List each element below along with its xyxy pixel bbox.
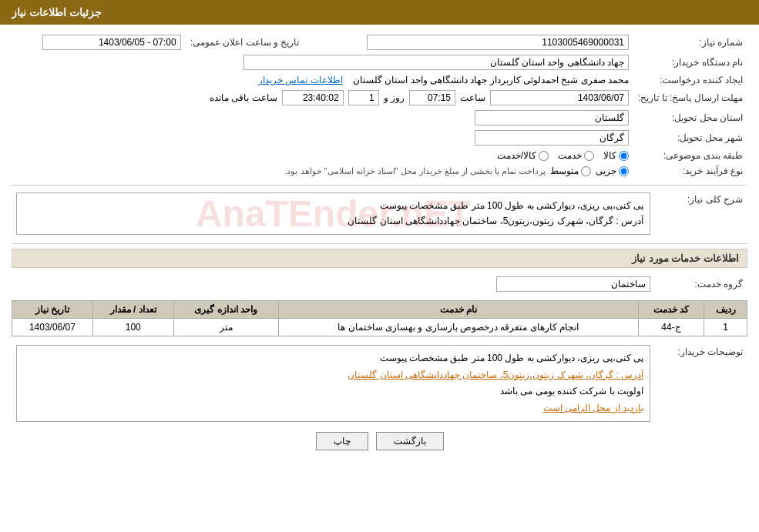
- col-header-unit: واحد اندازه گیری: [173, 301, 278, 319]
- cell-code: ج-44: [638, 319, 704, 336]
- purchase-type-note: پرداخت تمام یا بخشی از مبلغ خریداز محل "…: [284, 166, 546, 176]
- description-cell: AnaTEnder.nET پی کنی،پی ریزی، دیوارکشی ب…: [12, 190, 655, 237]
- deadline-days-label: روز و: [384, 92, 405, 103]
- deadline-row: 1403/06/07 ساعت 07:15 روز و 1 23:40:02 س…: [12, 88, 633, 108]
- city-field: گرگان: [475, 130, 629, 146]
- buyer-notes-table: توضیحات خریدار: پی کنی،پی ریزی، دیوارکشی…: [12, 343, 747, 424]
- created-by-label: ایجاد کننده درخواست:: [633, 72, 747, 88]
- buyer-notes-line4: بازدید از محل الزامی است: [543, 403, 643, 413]
- divider-1: [12, 185, 747, 186]
- description-watermark: AnaTEnder.nET: [196, 182, 471, 246]
- cell-unit: متر: [173, 319, 278, 336]
- deadline-remaining-field: 23:40:02: [282, 90, 344, 105]
- cell-qty: 100: [92, 319, 173, 336]
- need-number-label: شماره نیاز:: [633, 32, 747, 52]
- buttons-row: بازگشت چاپ: [12, 432, 747, 450]
- created-by-text: محمد صفری شیخ احمدلوئی کاربرداز جهاد دان…: [353, 75, 629, 85]
- description-text: پی کنی،پی ریزی، دیوارکشی به طول 100 متر …: [348, 200, 643, 226]
- category-option-kala[interactable]: کالا: [603, 150, 629, 161]
- buyer-org-field: جهاد دانشگاهی واحد استان گلستان: [243, 55, 629, 70]
- cell-name: انجام کارهای متفرقه درخصوص بازسازی و بهس…: [278, 319, 638, 336]
- purchase-label-motevaset: متوسط: [550, 166, 579, 176]
- cell-row: 1: [704, 319, 747, 336]
- main-info-table: شماره نیاز: 1103005469000031 تاریخ و ساع…: [12, 32, 747, 179]
- province-field: گلستان: [475, 110, 629, 125]
- buyer-notes-box: پی کنی،پی ریزی، دیوارکشی به طول 100 متر …: [16, 345, 650, 422]
- header-title: جزئیات اطلاعات نیاز: [12, 6, 102, 18]
- print-button[interactable]: چاپ: [316, 432, 368, 450]
- page-header: جزئیات اطلاعات نیاز: [0, 0, 759, 25]
- buyer-notes-line3: اولویت با شرکت کننده بومی می باشد: [500, 386, 643, 396]
- purchase-type-motevaset[interactable]: متوسط: [550, 166, 591, 176]
- service-group-field: ساختمان: [496, 276, 650, 292]
- col-header-qty: تعداد / مقدار: [92, 301, 173, 319]
- table-row: 1 ج-44 انجام کارهای متفرقه درخصوص بازساز…: [12, 319, 747, 336]
- buyer-org-value: جهاد دانشگاهی واحد استان گلستان: [12, 52, 633, 72]
- buyer-org-label: نام دستگاه خریدار:: [633, 52, 747, 72]
- col-header-name: نام خدمت: [278, 301, 638, 319]
- deadline-remaining-label: ساعت باقی مانده: [210, 92, 277, 103]
- category-label-kala-khedmat: کالا/خدمت: [497, 150, 536, 161]
- created-by-value: محمد صفری شیخ احمدلوئی کاربرداز جهاد دان…: [12, 72, 633, 88]
- purchase-radio-jozee[interactable]: [619, 166, 629, 176]
- need-number-value: 1103005469000031: [314, 32, 633, 52]
- buyer-notes-label: توضیحات خریدار:: [655, 343, 747, 424]
- col-header-code: کد خدمت: [638, 301, 704, 319]
- contact-link[interactable]: اطلاعات تماس خریدار: [258, 75, 343, 85]
- public-announce-field: 1403/06/05 - 07:00: [42, 35, 181, 50]
- divider-2: [12, 243, 747, 244]
- city-label: شهر محل تحویل:: [633, 128, 747, 148]
- service-group-value: ساختمان: [12, 274, 655, 294]
- category-radio-kala-khedmat[interactable]: [539, 151, 549, 161]
- province-value: گلستان: [12, 108, 633, 128]
- buyer-notes-line1: پی کنی،پی ریزی، دیوارکشی به طول 100 متر …: [380, 353, 643, 363]
- city-value: گرگان: [12, 128, 633, 148]
- category-label-kala: کالا: [603, 150, 616, 161]
- category-row: کالا خدمت کالا/خدمت: [12, 148, 633, 163]
- category-radio-kala[interactable]: [619, 151, 629, 161]
- deadline-date-field: 1403/06/07: [490, 90, 629, 105]
- cell-date: 1403/06/07: [12, 319, 93, 336]
- province-label: استان محل تحویل:: [633, 108, 747, 128]
- category-option-khedmat[interactable]: خدمت: [558, 150, 594, 161]
- col-header-date: تاریخ نیاز: [12, 301, 93, 319]
- category-label-khedmat: خدمت: [558, 150, 582, 161]
- service-group-label: گروه خدمت:: [655, 274, 747, 294]
- services-table: ردیف کد خدمت نام خدمت واحد اندازه گیری ت…: [12, 300, 747, 336]
- deadline-time-field: 07:15: [409, 90, 455, 105]
- category-option-kala-khedmat[interactable]: کالا/خدمت: [497, 150, 549, 161]
- purchase-label-jozee: جزیی: [596, 166, 616, 176]
- public-announce-label: تاریخ و ساعت اعلان عمومی:: [186, 32, 315, 52]
- deadline-time-label: ساعت: [460, 92, 485, 103]
- public-announce-value: 1403/06/05 - 07:00: [12, 32, 186, 52]
- buyer-notes-line2: آدرس : گرگان، شهرک زیتون،زیتون5، ساختمان…: [348, 370, 643, 380]
- deadline-label: مهلت ارسال پاسخ: تا تاریخ:: [633, 88, 747, 108]
- col-header-row: ردیف: [704, 301, 747, 319]
- service-group-table: گروه خدمت: ساختمان: [12, 274, 747, 294]
- services-section-title: اطلاعات خدمات مورد نیاز: [12, 249, 747, 268]
- purchase-type-jozee[interactable]: جزیی: [596, 166, 629, 176]
- category-label: طبقه بندی موضوعی:: [633, 148, 747, 163]
- description-box: AnaTEnder.nET پی کنی،پی ریزی، دیوارکشی ب…: [16, 192, 650, 235]
- buyer-notes-cell: پی کنی،پی ریزی، دیوارکشی به طول 100 متر …: [12, 343, 655, 424]
- need-number-field: 1103005469000031: [367, 35, 629, 50]
- back-button[interactable]: بازگشت: [376, 432, 444, 450]
- purchase-type-label: نوع فرآیند خرید:: [633, 163, 747, 179]
- category-radio-khedmat[interactable]: [584, 151, 594, 161]
- purchase-radio-motevaset[interactable]: [581, 166, 591, 176]
- description-label: شرح کلی نیاز:: [655, 190, 747, 237]
- deadline-days-field: 1: [348, 90, 379, 105]
- purchase-type-row: جزیی متوسط پرداخت تمام یا بخشی از مبلغ خ…: [12, 163, 633, 179]
- description-table: شرح کلی نیاز: AnaTEnder.nET پی کنی،پی ری…: [12, 190, 747, 237]
